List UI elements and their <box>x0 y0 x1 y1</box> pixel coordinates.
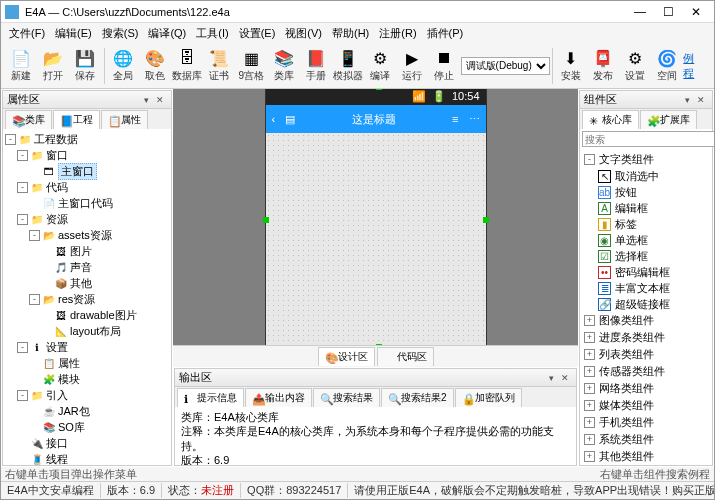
tree-toggle[interactable]: - <box>17 342 28 353</box>
tab-提示信息[interactable]: ℹ提示信息 <box>177 388 244 407</box>
examples-link[interactable]: 例程 <box>683 51 704 81</box>
menu-item[interactable]: 设置(E) <box>235 24 280 43</box>
tool-停止[interactable]: ⏹停止 <box>428 45 460 87</box>
list-icon[interactable]: ≡ <box>452 113 458 125</box>
tab-属性[interactable]: 📋属性 <box>101 110 148 129</box>
component-group[interactable]: +其他类组件 <box>582 448 710 465</box>
phone-preview[interactable]: 📶 🔋 10:54 ‹ ▤ 这是标题 ≡ ⋯ <box>266 89 486 345</box>
tree-node[interactable]: -📁资源 <box>5 211 169 227</box>
tool-取色[interactable]: 🎨取色 <box>139 45 171 87</box>
menu-item[interactable]: 注册(R) <box>375 24 420 43</box>
group-toggle[interactable]: + <box>584 383 595 394</box>
tool-发布[interactable]: 📮发布 <box>587 45 619 87</box>
more-icon[interactable]: ⋯ <box>469 113 480 126</box>
tree-node[interactable]: -ℹ设置 <box>5 339 169 355</box>
tree-node[interactable]: -📁工程数据 <box>5 131 169 147</box>
tree-node[interactable]: 📄主窗口代码 <box>5 195 169 211</box>
component-search-input[interactable] <box>582 131 714 147</box>
tool-编译[interactable]: ⚙编译 <box>364 45 396 87</box>
component-item[interactable]: A编辑框 <box>582 200 710 216</box>
group-toggle[interactable]: + <box>584 434 595 445</box>
tree-node[interactable]: ☕JAR包 <box>5 403 169 419</box>
tree-node[interactable]: 🧵线程 <box>5 451 169 465</box>
tool-安装[interactable]: ⬇安装 <box>555 45 587 87</box>
menu-item[interactable]: 工具(I) <box>192 24 232 43</box>
tree-toggle[interactable]: - <box>29 230 40 241</box>
panel-close-icon[interactable]: ✕ <box>694 93 708 107</box>
tab-核心库[interactable]: ✳核心库 <box>582 110 639 129</box>
component-item[interactable]: 🔗超级链接框 <box>582 296 710 312</box>
tab-加密队列[interactable]: 🔒加密队列 <box>455 388 522 407</box>
component-item[interactable]: ab按钮 <box>582 184 710 200</box>
tree-node[interactable]: -📂assets资源 <box>5 227 169 243</box>
tree-toggle[interactable]: - <box>17 182 28 193</box>
component-group[interactable]: +进度条类组件 <box>582 329 710 346</box>
panel-close-icon[interactable]: ✕ <box>558 371 572 385</box>
tree-toggle[interactable]: - <box>5 134 16 145</box>
component-group[interactable]: +网络类组件 <box>582 380 710 397</box>
component-list[interactable]: -文字类组件↖取消选中ab按钮A编辑框▮标签◉单选框☑选择框••密码编辑框≣丰富… <box>580 149 712 465</box>
tool-证书[interactable]: 📜证书 <box>203 45 235 87</box>
panel-dropdown-icon[interactable]: ▾ <box>139 93 153 107</box>
project-tree[interactable]: -📁工程数据-📁窗口🗔主窗口-📁代码📄主窗口代码-📁资源-📂assets资源🖼图… <box>3 129 171 465</box>
tab-代码区[interactable]: 代码区 <box>377 347 434 366</box>
tree-node[interactable]: 🔌接口 <box>5 435 169 451</box>
tree-node[interactable]: 🗔主窗口 <box>5 163 169 179</box>
panel-close-icon[interactable]: ✕ <box>153 93 167 107</box>
menu-item[interactable]: 视图(V) <box>281 24 326 43</box>
tree-node[interactable]: 🎵声音 <box>5 259 169 275</box>
tool-数据库[interactable]: 🗄数据库 <box>171 45 203 87</box>
tool-打开[interactable]: 📂打开 <box>37 45 69 87</box>
group-toggle[interactable]: + <box>584 366 595 377</box>
tree-node[interactable]: 📋属性 <box>5 355 169 371</box>
tool-新建[interactable]: 📄新建 <box>5 45 37 87</box>
tab-搜索结果2[interactable]: 🔍搜索结果2 <box>381 388 454 407</box>
tree-node[interactable]: 🧩模块 <box>5 371 169 387</box>
menu-item[interactable]: 帮助(H) <box>328 24 373 43</box>
menu-item[interactable]: 编辑(E) <box>51 24 96 43</box>
build-mode-select[interactable]: 调试版(Debug) <box>461 57 550 75</box>
tool-保存[interactable]: 💾保存 <box>69 45 101 87</box>
group-toggle[interactable]: - <box>584 154 595 165</box>
tab-输出内容[interactable]: 📤输出内容 <box>245 388 312 407</box>
tree-toggle[interactable]: - <box>17 390 28 401</box>
tab-设计区[interactable]: 🎨设计区 <box>318 347 375 366</box>
tree-node[interactable]: 🖼图片 <box>5 243 169 259</box>
tab-类库[interactable]: 📚类库 <box>5 110 52 129</box>
menu-item[interactable]: 插件(P) <box>423 24 468 43</box>
close-button[interactable]: ✕ <box>682 2 710 22</box>
component-item[interactable]: ◉单选框 <box>582 232 710 248</box>
menu-item[interactable]: 文件(F) <box>5 24 49 43</box>
component-group[interactable]: +图像类组件 <box>582 312 710 329</box>
component-group[interactable]: +系统类组件 <box>582 431 710 448</box>
tree-toggle[interactable]: - <box>17 214 28 225</box>
back-icon[interactable]: ‹ <box>272 113 276 125</box>
tree-node[interactable]: -📁窗口 <box>5 147 169 163</box>
component-item[interactable]: ☑选择框 <box>582 248 710 264</box>
tree-node[interactable]: 📦其他 <box>5 275 169 291</box>
tool-设置[interactable]: ⚙设置 <box>619 45 651 87</box>
group-toggle[interactable]: + <box>584 315 595 326</box>
component-group[interactable]: +列表类组件 <box>582 346 710 363</box>
component-item[interactable]: ▮标签 <box>582 216 710 232</box>
designer-canvas[interactable]: 📶 🔋 10:54 ‹ ▤ 这是标题 ≡ ⋯ <box>173 89 578 345</box>
component-group[interactable]: +媒体类组件 <box>582 397 710 414</box>
component-item[interactable]: ≣丰富文本框 <box>582 280 710 296</box>
group-toggle[interactable]: + <box>584 451 595 462</box>
minimize-button[interactable]: — <box>626 2 654 22</box>
tree-node[interactable]: -📁代码 <box>5 179 169 195</box>
component-group[interactable]: +手机类组件 <box>582 414 710 431</box>
tool-运行[interactable]: ▶运行 <box>396 45 428 87</box>
output-body[interactable]: 类库：E4A核心类库注释：本类库是E4A的核心类库，为系统本身和每个子程序提供必… <box>175 407 576 465</box>
tab-搜索结果[interactable]: 🔍搜索结果 <box>313 388 380 407</box>
panel-dropdown-icon[interactable]: ▾ <box>680 93 694 107</box>
tool-类库[interactable]: 📚类库 <box>267 45 299 87</box>
tab-工程[interactable]: 📘工程 <box>53 110 100 129</box>
tool-全局[interactable]: 🌐全局 <box>107 45 139 87</box>
tree-node[interactable]: 📐layout布局 <box>5 323 169 339</box>
tool-手册[interactable]: 📕手册 <box>300 45 332 87</box>
tree-node[interactable]: -📂res资源 <box>5 291 169 307</box>
component-item[interactable]: ↖取消选中 <box>582 168 710 184</box>
panel-dropdown-icon[interactable]: ▾ <box>544 371 558 385</box>
tool-9宫格[interactable]: ▦9宫格 <box>235 45 267 87</box>
